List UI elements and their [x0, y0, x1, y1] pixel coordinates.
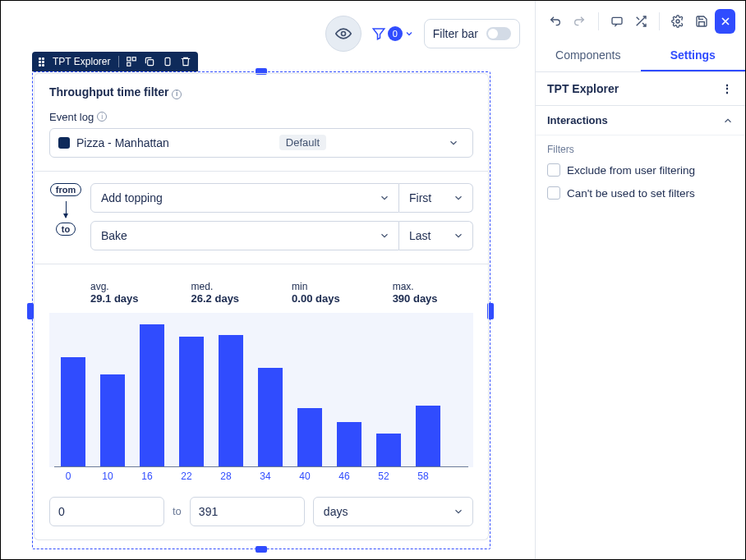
chart-bar[interactable] — [258, 368, 283, 466]
range-to-input[interactable]: 391 — [190, 497, 305, 526]
exclude-filter-label: Exclude from user filtering — [567, 164, 695, 177]
event-log-value: Pizza - Manhattan — [76, 136, 169, 149]
settings-heading: TPT Explorer — [547, 82, 619, 95]
chart-bar[interactable] — [219, 335, 243, 466]
chart-bar[interactable] — [140, 324, 164, 466]
cant-set-filter-label: Can't be used to set filters — [567, 187, 695, 200]
unit-select[interactable]: days — [313, 497, 473, 526]
x-tick: 34 — [253, 470, 278, 482]
svg-rect-1 — [127, 57, 131, 61]
chart-bar[interactable] — [179, 337, 204, 466]
duplicate-icon[interactable] — [144, 56, 155, 67]
selection-title-bar[interactable]: TPT Explorer — [32, 52, 198, 71]
undo-button[interactable] — [546, 9, 566, 34]
info-icon[interactable]: i — [172, 90, 182, 99]
resize-handle-bottom[interactable] — [256, 546, 267, 553]
chart-bar[interactable] — [100, 374, 125, 466]
delete-icon[interactable] — [180, 56, 191, 67]
arrow-down-icon — [66, 201, 67, 218]
filter-bar-toggle[interactable]: Filter bar — [424, 19, 520, 48]
x-tick: 52 — [371, 470, 396, 482]
x-tick: 46 — [332, 470, 357, 482]
x-tick: 0 — [56, 470, 81, 482]
x-tick: 16 — [135, 470, 159, 482]
svg-rect-3 — [127, 62, 131, 66]
chart-bar[interactable] — [416, 406, 440, 466]
to-activity-select[interactable]: Bake — [90, 221, 399, 250]
event-log-label: Event log — [49, 111, 94, 123]
svg-rect-6 — [612, 17, 622, 24]
event-log-select[interactable]: Pizza - Manhattan Default — [49, 128, 473, 158]
more-menu-icon[interactable]: ⋮ — [721, 82, 734, 95]
chart-bar[interactable] — [297, 408, 322, 466]
filter-count-badge: 0 — [388, 26, 403, 41]
filters-subheading: Filters — [536, 135, 745, 158]
paste-icon[interactable] — [162, 56, 173, 67]
chart-x-labels: 0101622283440465258 — [49, 467, 473, 484]
selection-title: TPT Explorer — [53, 56, 110, 67]
toggle-switch-icon — [486, 27, 511, 40]
event-log-default-badge: Default — [279, 135, 326, 150]
settings-gear-icon[interactable] — [668, 9, 688, 34]
chart-bar[interactable] — [61, 357, 85, 466]
close-button[interactable] — [715, 9, 735, 34]
svg-point-7 — [676, 20, 679, 23]
interactions-accordion[interactable]: Interactions — [536, 106, 745, 135]
x-tick: 40 — [292, 470, 317, 482]
x-tick: 58 — [411, 470, 435, 482]
save-icon[interactable] — [691, 9, 711, 34]
resize-handle-left[interactable] — [27, 303, 34, 319]
to-mode-select[interactable]: Last — [399, 221, 473, 250]
range-to-label: to — [173, 505, 182, 517]
svg-rect-5 — [166, 57, 171, 65]
from-chip: from — [50, 183, 81, 196]
chevron-down-icon — [440, 137, 467, 149]
chat-icon[interactable] — [606, 9, 627, 34]
exclude-filter-checkbox[interactable] — [547, 163, 560, 177]
from-mode-select[interactable]: First — [399, 183, 473, 213]
filter-funnel-button[interactable]: 0 — [371, 26, 414, 41]
filter-bar-label: Filter bar — [433, 27, 478, 40]
chart-bar[interactable] — [376, 434, 401, 466]
info-icon[interactable]: i — [97, 112, 107, 122]
align-icon[interactable] — [126, 56, 137, 67]
range-from-input[interactable]: 0 — [49, 497, 164, 526]
preview-eye-button[interactable] — [325, 16, 361, 52]
from-activity-select[interactable]: Add topping — [90, 183, 399, 213]
to-chip: to — [56, 223, 76, 236]
histogram-chart[interactable] — [54, 313, 468, 467]
shuffle-icon[interactable] — [630, 9, 651, 34]
tab-settings[interactable]: Settings — [641, 40, 746, 71]
chart-bar[interactable] — [337, 422, 361, 466]
x-tick: 10 — [95, 470, 120, 482]
svg-rect-2 — [133, 57, 136, 61]
tab-components[interactable]: Components — [536, 40, 641, 71]
svg-rect-4 — [148, 60, 154, 66]
x-tick: 28 — [214, 470, 238, 482]
log-color-swatch — [58, 137, 70, 149]
component-title: Throughput time filter i — [49, 85, 473, 99]
x-tick: 22 — [174, 470, 199, 482]
drag-grip-icon — [39, 57, 44, 67]
redo-button[interactable] — [569, 9, 590, 34]
cant-set-filter-checkbox[interactable] — [547, 186, 560, 200]
svg-point-0 — [341, 32, 345, 36]
